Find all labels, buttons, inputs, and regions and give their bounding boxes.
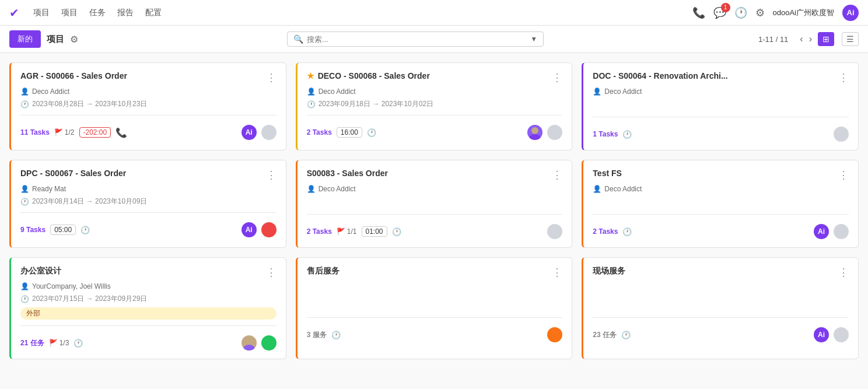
nav-reports[interactable]: 报告 (117, 8, 134, 18)
ai-avatar[interactable]: Ai (814, 327, 829, 342)
user-photo-avatar[interactable] (527, 125, 542, 140)
card-header: 售后服务 ⋮ (307, 266, 563, 279)
clock-icon[interactable]: 🕐 (622, 130, 632, 139)
tasks-count[interactable]: 9 Tasks (20, 226, 46, 234)
user-avatar-circle[interactable] (261, 125, 276, 140)
page-title: 项目 (47, 34, 64, 45)
user-avatar-circle[interactable] (547, 224, 562, 239)
card-customer: 👤 Deco Addict (593, 185, 849, 193)
card-footer: 9 Tasks 05:00 🕐 Ai (20, 222, 276, 237)
card-menu-button[interactable]: ⋮ (838, 266, 849, 279)
user-avatar-circle[interactable] (547, 125, 562, 140)
card-title: ★ DECO - S00068 - Sales Order (307, 71, 548, 80)
project-card-testfs: Test FS ⋮ 👤 Deco Addict 2 Tasks 🕐 Ai (582, 160, 859, 248)
project-card-office: 办公室设计 ⋮ 👤 YourCompany, Joel Willis 🕐 202… (9, 257, 286, 359)
logo-icon: ✔ (9, 6, 19, 20)
card-menu-button[interactable]: ⋮ (552, 169, 562, 181)
card-dates: 🕐 2023年08月28日 → 2023年10月23日 (20, 99, 276, 109)
top-navigation: ✔ 项目 项目 任务 报告 配置 📞 💬 1 🕐 ⚙ odooAi广州欧度智 A… (0, 0, 868, 26)
kanban-view-button[interactable]: ⊞ (818, 32, 834, 46)
next-page-button[interactable]: › (809, 34, 812, 44)
clock-icon[interactable]: 🕐 (621, 331, 631, 339)
person-icon: 👤 (20, 87, 29, 96)
card-dates: 🕐 2023年07月15日 → 2023年09月29日 (20, 294, 276, 304)
card-title: 售后服务 (307, 266, 548, 276)
clock-icon[interactable]: 🕐 (392, 227, 401, 236)
card-menu-button[interactable]: ⋮ (266, 169, 276, 181)
user-avatar[interactable]: Ai (842, 5, 859, 21)
svg-point-1 (529, 134, 541, 140)
phone-support-icon[interactable]: 📞 (692, 6, 705, 19)
new-button[interactable]: 新的 (9, 30, 41, 48)
user-avatar-circle[interactable] (834, 327, 849, 342)
star-icon[interactable]: ★ (307, 71, 314, 80)
search-icon: 🔍 (293, 34, 303, 44)
person-icon: 👤 (20, 185, 29, 193)
calendar-icon: 🕐 (20, 295, 29, 303)
clock-icon[interactable]: 🕐 (367, 128, 376, 137)
clock-icon[interactable]: 🕐 (622, 227, 632, 236)
tasks-count[interactable]: 1 Tasks (593, 130, 618, 138)
clock-icon[interactable]: 🕐 (734, 6, 747, 19)
red-status-dot (261, 222, 276, 237)
milestone-badge: 🚩1/3 (49, 339, 69, 347)
clock-icon[interactable]: 🕐 (331, 331, 341, 339)
chat-icon[interactable]: 💬 1 (713, 6, 726, 19)
card-customer: 👤 Deco Addict (307, 185, 563, 193)
card-footer: 3 服务 🕐 (307, 327, 563, 342)
project-card-deco: ★ DECO - S00068 - Sales Order ⋮ 👤 Deco A… (296, 62, 573, 150)
phone-icon: 📞 (116, 127, 127, 138)
tasks-count[interactable]: 2 Tasks (307, 128, 332, 136)
calendar-icon: 🕐 (20, 198, 29, 206)
search-bar[interactable]: 🔍 ▼ (287, 31, 544, 47)
customer-name: Ready Mat (32, 185, 66, 193)
prev-page-button[interactable]: ‹ (800, 34, 803, 44)
card-title: DPC - S00067 - Sales Order (20, 169, 261, 178)
settings-icon[interactable]: ⚙ (755, 6, 765, 19)
card-menu-button[interactable]: ⋮ (552, 266, 562, 279)
tasks-count[interactable]: 23 任务 (593, 330, 617, 340)
ai-avatar[interactable]: Ai (242, 125, 257, 140)
card-menu-button[interactable]: ⋮ (266, 71, 276, 84)
card-footer: 2 Tasks 🚩1/1 01:00 🕐 (307, 224, 563, 239)
customer-name: YourCompany, Joel Willis (32, 282, 111, 290)
settings-gear-icon[interactable]: ⚙ (70, 34, 78, 45)
card-header: DOC - S00064 - Renovation Archi... ⋮ (593, 71, 849, 84)
nav-project2[interactable]: 项目 (61, 8, 78, 18)
search-input[interactable] (307, 35, 527, 44)
person-icon: 👤 (593, 185, 601, 193)
card-title: DOC - S00064 - Renovation Archi... (593, 71, 834, 80)
list-view-button[interactable]: ☰ (842, 32, 859, 46)
search-dropdown-icon[interactable]: ▼ (530, 35, 537, 43)
user-photo-avatar2[interactable] (242, 335, 257, 351)
tasks-count[interactable]: 2 Tasks (307, 227, 332, 236)
nav-config[interactable]: 配置 (145, 8, 162, 18)
clock-icon[interactable]: 🕐 (74, 339, 83, 348)
ai-avatar[interactable]: Ai (242, 222, 257, 237)
card-customer: 👤 Deco Addict (593, 87, 849, 96)
nav-tasks[interactable]: 任务 (89, 8, 106, 18)
clock-icon[interactable]: 🕐 (80, 226, 90, 234)
card-customer: 👤 Deco Addict (20, 87, 276, 96)
green-status-dot (261, 335, 276, 351)
card-menu-button[interactable]: ⋮ (552, 71, 562, 84)
nav-project1[interactable]: 项目 (33, 8, 50, 18)
time-badge: -202:00 (79, 127, 111, 138)
user-avatar-circle[interactable] (834, 224, 849, 239)
time-badge: 05:00 (50, 225, 76, 235)
tasks-count[interactable]: 2 Tasks (593, 227, 618, 236)
card-menu-button[interactable]: ⋮ (838, 71, 849, 84)
tasks-count[interactable]: 3 服务 (307, 330, 327, 340)
card-header: Test FS ⋮ (593, 169, 849, 181)
project-card-s00083: S00083 - Sales Order ⋮ 👤 Deco Addict 2 T… (296, 160, 573, 248)
ai-avatar[interactable]: Ai (814, 224, 829, 239)
card-menu-button[interactable]: ⋮ (266, 266, 276, 279)
card-title: 办公室设计 (20, 266, 261, 276)
card-menu-button[interactable]: ⋮ (838, 169, 849, 181)
external-tag: 外部 (20, 307, 276, 320)
svg-point-3 (243, 345, 255, 351)
tasks-count[interactable]: 11 Tasks (20, 128, 50, 136)
date-range: 2023年08月14日 → 2023年10月09日 (32, 197, 147, 206)
user-avatar-circle[interactable] (834, 127, 849, 142)
tasks-count[interactable]: 21 任务 (20, 338, 44, 348)
